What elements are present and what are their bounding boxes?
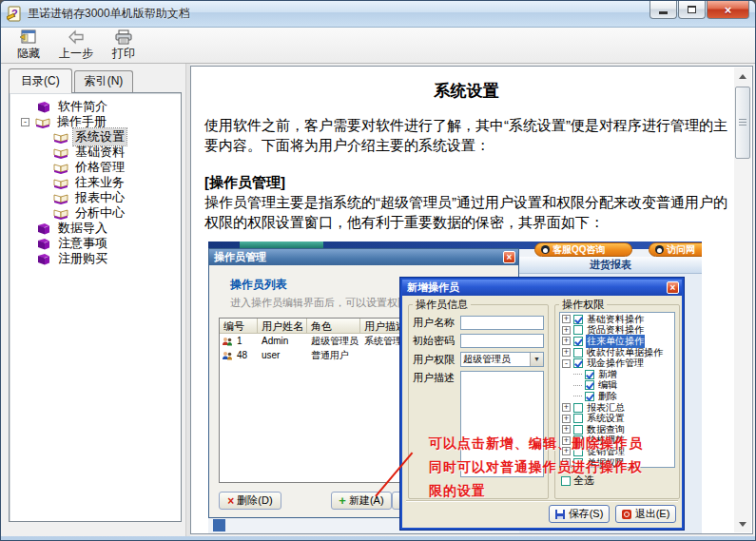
floppy-icon	[555, 510, 565, 519]
tree-item-basic-data[interactable]: 基础资料	[11, 145, 179, 160]
delete-operator-button: ×删除(D)	[219, 492, 281, 510]
maximize-button[interactable]	[678, 1, 706, 19]
close-icon: ×	[503, 251, 515, 263]
embedded-screenshot: 客服QQ咨询 访问网 进货报表 操作员管理 × 操作员列表 进入操作员编辑界面后…	[208, 242, 702, 533]
hide-label: 隐藏	[17, 46, 40, 62]
tree-item-price-mgmt[interactable]: 价格管理	[11, 160, 179, 175]
col-header: 编号	[220, 319, 258, 333]
operator-list-title: 操作员列表	[230, 277, 287, 293]
tree-item-data-import[interactable]: 数据导入	[11, 221, 179, 236]
content-pane: 系统设置 使用软件之前，客户需要对软件进行了解，其中“系统设置”便是对程序进行管…	[190, 66, 753, 534]
tree-item-register[interactable]: 注册购买	[11, 251, 179, 266]
users-icon	[222, 351, 233, 360]
page-title: 系统设置	[204, 80, 728, 102]
password-input	[460, 334, 544, 348]
book-open-icon	[53, 162, 68, 174]
hide-button[interactable]: 隐藏	[5, 29, 52, 63]
exit-icon	[622, 510, 631, 519]
back-button[interactable]: 上一步	[52, 29, 100, 63]
checkbox	[573, 403, 583, 413]
new-operator-button: +新建(A)	[331, 492, 392, 510]
minimize-button[interactable]	[649, 1, 677, 19]
window-title: 里诺进销存3000单机版帮助文档	[28, 6, 190, 22]
print-label: 打印	[112, 46, 135, 62]
users-icon	[222, 337, 233, 346]
username-input	[460, 316, 544, 330]
tree-connector	[573, 374, 582, 375]
visit-site-button: 访问网	[649, 242, 702, 257]
green-plus-icon: +	[339, 494, 346, 507]
arrow-down-icon	[739, 522, 746, 527]
tree-item-system-settings[interactable]: 系统设置	[11, 129, 179, 145]
tree-item-manual[interactable]: - 操作手册	[11, 114, 179, 129]
help-topic: 系统设置 使用软件之前，客户需要对软件进行了解，其中“系统设置”便是对程序进行管…	[191, 67, 734, 533]
contents-tree: 软件简介 - 操作手册 系统设置 基础资料 价格管理	[9, 92, 182, 522]
field-label: 用户描述	[413, 371, 460, 385]
tab-index[interactable]: 索引(N)	[74, 70, 134, 92]
tree-item-notes[interactable]: 注意事项	[11, 236, 179, 251]
checkbox	[573, 325, 583, 335]
checkbox	[573, 425, 583, 435]
close-button[interactable]: ×	[707, 1, 749, 19]
annotation-line1: 可以点击新增、编辑、删除操作员	[429, 435, 643, 453]
tree-item-analysis-center[interactable]: 分析中心	[11, 205, 179, 221]
hide-icon	[19, 29, 38, 45]
annotation-line3: 限的设置	[429, 483, 486, 500]
sidebar-tabs: 目录(C) 索引(N)	[9, 70, 182, 92]
section-paragraph: 操作员管理主要是指系统的“超级管理员”通过用户设置和权限分配来改变普通用户的权限…	[204, 192, 728, 232]
back-arrow-icon	[67, 29, 86, 45]
purchase-report-tab: 进货报表	[519, 257, 702, 274]
tree-item-software-intro[interactable]: 软件简介	[11, 99, 179, 114]
minimize-icon	[659, 11, 668, 14]
annotation-line2: 同时可以对普通操作员进行操作权	[429, 459, 643, 476]
qq-penguin-icon	[541, 245, 550, 254]
scroll-down-button[interactable]	[735, 516, 750, 531]
field-label: 用户权限	[413, 353, 460, 367]
arrow-up-icon	[739, 74, 746, 79]
checkbox	[561, 476, 571, 486]
titlebar: ? 里诺进销存3000单机版帮助文档 ×	[1, 1, 755, 28]
close-icon: ×	[725, 4, 732, 16]
checkbox-checked	[573, 337, 583, 346]
book-closed-icon	[36, 238, 51, 250]
book-open-icon	[53, 207, 68, 220]
book-open-icon	[53, 146, 68, 159]
col-header: 角色	[307, 319, 360, 333]
chevron-down-icon: ▼	[530, 353, 543, 366]
scroll-up-button[interactable]	[735, 68, 750, 84]
app-toolbar-fragment	[240, 242, 323, 248]
field-label: 用户名称	[413, 316, 460, 330]
tree-item-business[interactable]: 往来业务	[11, 175, 179, 190]
book-closed-icon	[36, 222, 51, 235]
dialog-separator	[406, 500, 678, 501]
tree-connector	[573, 396, 582, 396]
intro-paragraph: 使用软件之前，客户需要对软件进行了解，其中“系统设置”便是对程序进行管理的主要内…	[204, 115, 728, 155]
maximize-icon	[688, 6, 696, 13]
book-open-icon	[53, 177, 68, 189]
section-header: [操作员管理]	[204, 174, 728, 192]
book-open-icon	[35, 116, 50, 128]
checkbox	[573, 348, 583, 357]
scrollbar-thumb[interactable]	[735, 87, 750, 159]
vertical-scrollbar[interactable]	[734, 68, 751, 532]
role-combobox: 超级管理员▼	[460, 352, 544, 367]
thumb-grip	[739, 119, 746, 120]
checkbox-checked	[573, 315, 583, 324]
checkbox-checked	[585, 380, 594, 390]
tab-contents[interactable]: 目录(C)	[9, 68, 72, 93]
collapse-icon[interactable]: -	[21, 118, 29, 126]
tree-label: 注册购买	[56, 250, 109, 267]
col-header: 用户姓名	[258, 319, 307, 333]
tree-item-report-center[interactable]: 报表中心	[11, 190, 179, 205]
toolbar: 隐藏 上一步 打印	[1, 28, 755, 64]
print-icon	[114, 29, 133, 45]
help-file-icon: ?	[7, 6, 23, 22]
help-window: ? 里诺进销存3000单机版帮助文档 × 隐藏 上一步	[0, 0, 756, 541]
close-icon: ×	[667, 281, 679, 294]
print-button[interactable]: 打印	[100, 29, 147, 63]
book-open-icon	[53, 192, 68, 204]
checkbox-checked	[585, 370, 594, 379]
main-area: 目录(C) 索引(N) 软件简介 - 操作手册 系统设置	[1, 64, 755, 536]
book-closed-icon	[36, 253, 51, 265]
field-label: 初始密码	[413, 334, 460, 348]
